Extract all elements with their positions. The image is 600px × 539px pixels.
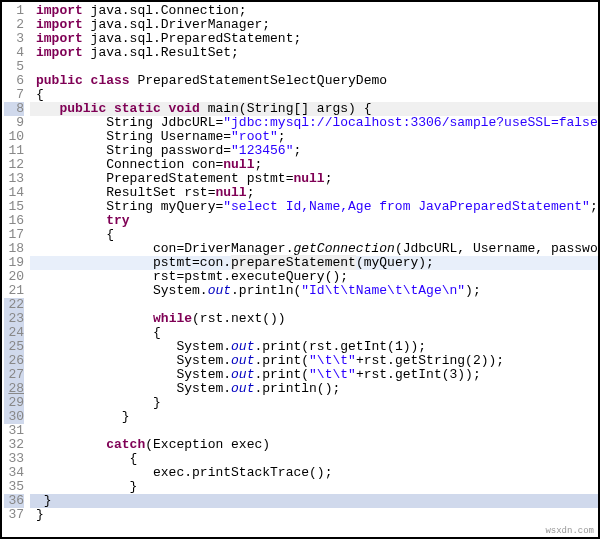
line-number: 36 bbox=[4, 494, 24, 508]
line-number: 29 bbox=[4, 396, 24, 410]
token: con=DriverManager. bbox=[36, 241, 293, 256]
token: } bbox=[36, 493, 52, 508]
token: +rst.getString(2)); bbox=[356, 353, 504, 368]
token: out bbox=[231, 367, 254, 382]
code-line: while(rst.next()) bbox=[30, 312, 598, 326]
token: public class bbox=[36, 73, 137, 88]
line-number: 37 bbox=[4, 508, 24, 522]
token: String password= bbox=[36, 143, 231, 158]
line-number: 35 bbox=[4, 480, 24, 494]
token: while bbox=[153, 311, 192, 326]
token: } bbox=[36, 507, 44, 522]
token: Connection con= bbox=[36, 157, 223, 172]
line-number: 18 bbox=[4, 242, 24, 256]
token: (Exception exec) bbox=[145, 437, 270, 452]
code-line: System.out.print(rst.getInt(1)); bbox=[30, 340, 598, 354]
token: prepareStatement bbox=[231, 255, 356, 270]
code-line: catch(Exception exec) bbox=[30, 438, 598, 452]
token: "jdbc:mysql://localhost:3306/sample?useS… bbox=[223, 115, 598, 130]
token: "\t\t" bbox=[309, 353, 356, 368]
code-line: String myQuery="select Id,Name,Age from … bbox=[30, 200, 598, 214]
line-number: 13 bbox=[4, 172, 24, 186]
token: main(String[] args) { bbox=[208, 101, 372, 116]
line-number: 33 bbox=[4, 452, 24, 466]
token: .print( bbox=[254, 367, 309, 382]
code-line: System.out.print("\t\t"+rst.getInt(3)); bbox=[30, 368, 598, 382]
code-line: import java.sql.PreparedStatement; bbox=[30, 32, 598, 46]
token: null bbox=[223, 157, 254, 172]
code-area[interactable]: import java.sql.Connection;import java.s… bbox=[30, 2, 598, 537]
code-line: { bbox=[30, 228, 598, 242]
line-number: 27 bbox=[4, 368, 24, 382]
token: PreparedStatement pstmt= bbox=[36, 171, 293, 186]
line-number: 3 bbox=[4, 32, 24, 46]
code-line: } bbox=[30, 494, 598, 508]
token: String myQuery= bbox=[36, 199, 223, 214]
code-line: System.out.println("Id\t\tName\t\tAge\n"… bbox=[30, 284, 598, 298]
line-number: 7 bbox=[4, 88, 24, 102]
token: } bbox=[36, 479, 137, 494]
line-number: 8 bbox=[4, 102, 24, 116]
line-number: 30 bbox=[4, 410, 24, 424]
line-number: 23 bbox=[4, 312, 24, 326]
token: import bbox=[36, 3, 91, 18]
line-number: 19 bbox=[4, 256, 24, 270]
token: (JdbcURL, Username, password); bbox=[395, 241, 598, 256]
token: getConnection bbox=[293, 241, 394, 256]
code-line: } bbox=[30, 508, 598, 522]
code-line: con=DriverManager.getConnection(JdbcURL,… bbox=[30, 242, 598, 256]
token: exec.printStackTrace(); bbox=[36, 465, 332, 480]
token: "select Id,Name,Age from JavaPreparedSta… bbox=[223, 199, 590, 214]
token: String JdbcURL= bbox=[36, 115, 223, 130]
line-number: 6 bbox=[4, 74, 24, 88]
code-line: import java.sql.Connection; bbox=[30, 4, 598, 18]
line-number: 16 bbox=[4, 214, 24, 228]
token: { bbox=[36, 227, 114, 242]
watermark: wsxdn.com bbox=[545, 526, 594, 536]
code-line: String JdbcURL="jdbc:mysql://localhost:3… bbox=[30, 116, 598, 130]
code-line bbox=[30, 298, 598, 312]
code-line: public class PreparedStatementSelectQuer… bbox=[30, 74, 598, 88]
code-line: String password="123456"; bbox=[30, 144, 598, 158]
line-number: 5 bbox=[4, 60, 24, 74]
token: java.sql.DriverManager; bbox=[91, 17, 270, 32]
token: .println(); bbox=[254, 381, 340, 396]
code-line: } bbox=[30, 480, 598, 494]
token: ; bbox=[247, 185, 255, 200]
token: import bbox=[36, 45, 91, 60]
token: System. bbox=[36, 367, 231, 382]
code-line: pstmt=con.prepareStatement(myQuery); bbox=[30, 256, 598, 270]
token: ; bbox=[590, 199, 598, 214]
code-line: ResultSet rst=null; bbox=[30, 186, 598, 200]
token: .println( bbox=[231, 283, 301, 298]
token: "root" bbox=[231, 129, 278, 144]
code-line: { bbox=[30, 326, 598, 340]
line-number: 9 bbox=[4, 116, 24, 130]
code-line: { bbox=[30, 452, 598, 466]
code-line: } bbox=[30, 396, 598, 410]
token: ; bbox=[325, 171, 333, 186]
code-line: rst=pstmt.executeQuery(); bbox=[30, 270, 598, 284]
code-line bbox=[30, 60, 598, 74]
line-number: 2 bbox=[4, 18, 24, 32]
token: java.sql.Connection; bbox=[91, 3, 247, 18]
line-number: 31 bbox=[4, 424, 24, 438]
token: System. bbox=[36, 381, 231, 396]
code-line: public static void main(String[] args) { bbox=[30, 102, 598, 116]
token: "123456" bbox=[231, 143, 293, 158]
token: ResultSet rst= bbox=[36, 185, 215, 200]
line-number: 15 bbox=[4, 200, 24, 214]
token bbox=[36, 437, 106, 452]
token: ); bbox=[465, 283, 481, 298]
code-line: import java.sql.ResultSet; bbox=[30, 46, 598, 60]
line-number: 32 bbox=[4, 438, 24, 452]
token: System. bbox=[36, 283, 208, 298]
token: java.sql.ResultSet; bbox=[91, 45, 239, 60]
token: rst=pstmt.executeQuery(); bbox=[36, 269, 348, 284]
token: null bbox=[215, 185, 246, 200]
code-editor: 1234567891011121314151617181920212223242… bbox=[2, 2, 598, 537]
token: out bbox=[231, 339, 254, 354]
line-number: 4 bbox=[4, 46, 24, 60]
line-number: 28 bbox=[4, 382, 24, 396]
line-number: 22 bbox=[4, 298, 24, 312]
